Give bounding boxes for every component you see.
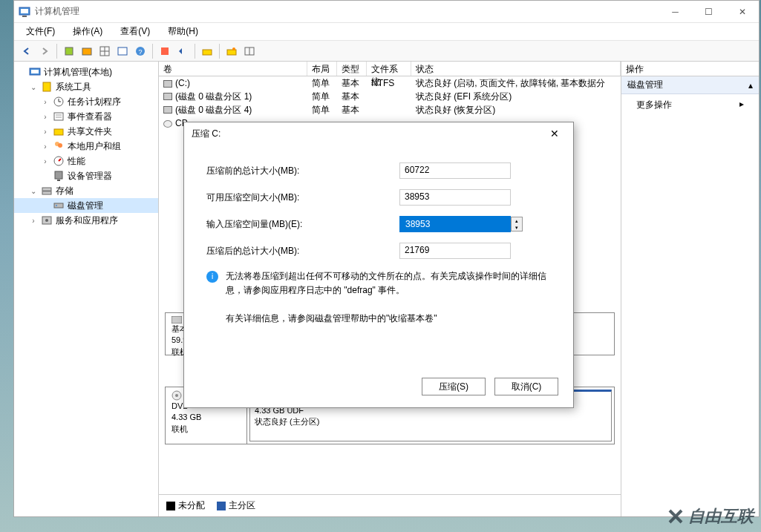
legend: 未分配 主分区: [159, 494, 621, 516]
toolbar-btn-4[interactable]: [114, 43, 131, 59]
total-after-label: 压缩后的总计大小(MB):: [206, 245, 399, 257]
svg-point-37: [45, 219, 48, 222]
legend-primary: 主分区: [229, 500, 255, 510]
svg-rect-2: [22, 16, 27, 17]
menubar: 文件(F) 操作(A) 查看(V) 帮助(H): [14, 23, 759, 41]
cancel-button[interactable]: 取消(C): [494, 378, 558, 395]
svg-rect-4: [82, 48, 91, 55]
svg-rect-12: [203, 50, 212, 55]
help-button[interactable]: ?: [132, 43, 148, 59]
spinner-up[interactable]: ▴: [512, 217, 522, 224]
svg-point-35: [56, 205, 57, 206]
col-type[interactable]: 类型: [337, 62, 367, 76]
svg-rect-18: [31, 70, 39, 73]
svg-rect-38: [172, 316, 182, 324]
col-status[interactable]: 状态: [411, 62, 621, 76]
legend-unallocated: 未分配: [178, 500, 205, 510]
toolbar-btn-1[interactable]: [61, 43, 77, 59]
maximize-button[interactable]: ☐: [692, 1, 725, 22]
svg-point-28: [58, 143, 62, 148]
actions-more[interactable]: 更多操作▸: [621, 94, 759, 116]
toolbar-btn-2[interactable]: [79, 43, 95, 59]
svg-rect-8: [118, 47, 127, 55]
spinner-down[interactable]: ▾: [512, 224, 522, 231]
menu-action[interactable]: 操作(A): [70, 24, 105, 39]
tree-local-users[interactable]: ›本地用户和组: [14, 139, 158, 154]
available-label: 可用压缩空间大小(MB):: [206, 191, 399, 204]
app-icon: [19, 6, 30, 18]
svg-point-40: [175, 394, 178, 397]
window-title: 计算机管理: [35, 5, 659, 18]
menu-help[interactable]: 帮助(H): [165, 24, 201, 39]
total-before-value: 60722: [399, 162, 511, 179]
svg-point-14: [232, 47, 235, 50]
toolbar-btn-7[interactable]: [199, 43, 215, 59]
svg-rect-32: [42, 188, 51, 191]
info-icon: i: [206, 271, 218, 283]
svg-rect-11: [161, 47, 169, 55]
actions-header: 操作: [621, 62, 759, 76]
actions-panel: 操作 磁盘管理▴ 更多操作▸: [621, 62, 759, 516]
svg-rect-26: [54, 129, 63, 135]
col-fs[interactable]: 文件系统: [367, 62, 411, 76]
toolbar-btn-3[interactable]: [97, 43, 113, 59]
volume-list-header: 卷 布局 类型 文件系统 状态: [159, 62, 621, 76]
close-button[interactable]: ✕: [725, 1, 759, 22]
total-before-label: 压缩前的总计大小(MB):: [206, 165, 399, 177]
titlebar: 计算机管理 ─ ☐ ✕: [14, 1, 759, 23]
spinner[interactable]: ▴▾: [511, 217, 523, 231]
back-button[interactable]: [19, 43, 35, 59]
svg-rect-31: [57, 180, 60, 181]
menu-view[interactable]: 查看(V): [117, 24, 153, 39]
tree-performance[interactable]: ›性能: [14, 154, 158, 168]
tree-event-viewer[interactable]: ›事件查看器: [14, 109, 158, 124]
col-volume[interactable]: 卷: [159, 62, 307, 76]
toolbar-btn-6[interactable]: [174, 43, 191, 59]
svg-rect-33: [42, 191, 51, 194]
shrink-amount-input[interactable]: 38953: [399, 216, 511, 232]
forward-button[interactable]: [36, 43, 53, 59]
toolbar-btn-5[interactable]: [157, 43, 173, 59]
tree-task-scheduler[interactable]: ›任务计划程序: [14, 94, 158, 109]
actions-section[interactable]: 磁盘管理▴: [621, 76, 759, 94]
tree-storage[interactable]: ⌄存储: [14, 183, 158, 198]
input-label: 输入压缩空间量(MB)(E):: [206, 218, 399, 231]
tree-root[interactable]: 计算机管理(本地): [14, 65, 158, 79]
volume-row[interactable]: (C:) 简单 基本 NTFS 状态良好 (启动, 页面文件, 故障转储, 基本…: [159, 76, 621, 90]
svg-rect-1: [21, 9, 28, 13]
minimize-button[interactable]: ─: [659, 1, 692, 22]
svg-text:?: ?: [138, 48, 142, 56]
shrink-button[interactable]: 压缩(S): [422, 378, 486, 395]
svg-rect-34: [54, 203, 63, 208]
tree-shared-folders[interactable]: ›共享文件夹: [14, 124, 158, 139]
total-after-value: 21769: [399, 243, 511, 259]
info-text-2: 有关详细信息，请参阅磁盘管理帮助中的"收缩基本卷": [226, 312, 551, 325]
dialog-close-button[interactable]: ✕: [543, 128, 566, 139]
shrink-dialog: 压缩 C: ✕ 压缩前的总计大小(MB): 60722 可用压缩空间大小(MB)…: [183, 122, 574, 408]
toolbar: ?: [14, 41, 759, 62]
navigation-tree[interactable]: 计算机管理(本地) ⌄系统工具 ›任务计划程序 ›事件查看器 ›共享文件夹 ›本…: [14, 62, 159, 516]
toolbar-btn-9[interactable]: [241, 43, 258, 59]
collapse-icon: ▴: [748, 80, 753, 91]
menu-file[interactable]: 文件(F): [23, 24, 58, 39]
arrow-right-icon: ▸: [739, 99, 744, 111]
svg-rect-3: [65, 47, 73, 55]
tree-disk-management[interactable]: 磁盘管理: [14, 198, 158, 213]
svg-rect-23: [54, 113, 63, 120]
svg-rect-13: [227, 50, 236, 55]
dialog-title: 压缩 C:: [192, 128, 543, 140]
tree-system-tools[interactable]: ⌄系统工具: [14, 79, 158, 94]
dialog-titlebar: 压缩 C: ✕: [184, 122, 573, 145]
available-value: 38953: [399, 189, 511, 206]
tree-services-apps[interactable]: ›服务和应用程序: [14, 213, 158, 228]
volume-row[interactable]: (磁盘 0 磁盘分区 1) 简单 基本 状态良好 (EFI 系统分区): [159, 90, 621, 103]
info-text-1: 无法将卷压缩到超出任何不可移动的文件所在的点。有关完成该操作时间的详细信息，请参…: [226, 269, 551, 298]
svg-rect-19: [43, 82, 50, 91]
col-layout[interactable]: 布局: [307, 62, 337, 76]
toolbar-btn-8[interactable]: [223, 43, 240, 59]
tree-device-manager[interactable]: 设备管理器: [14, 168, 158, 183]
svg-rect-30: [55, 171, 62, 179]
volume-row[interactable]: (磁盘 0 磁盘分区 4) 简单 基本 状态良好 (恢复分区): [159, 103, 621, 116]
